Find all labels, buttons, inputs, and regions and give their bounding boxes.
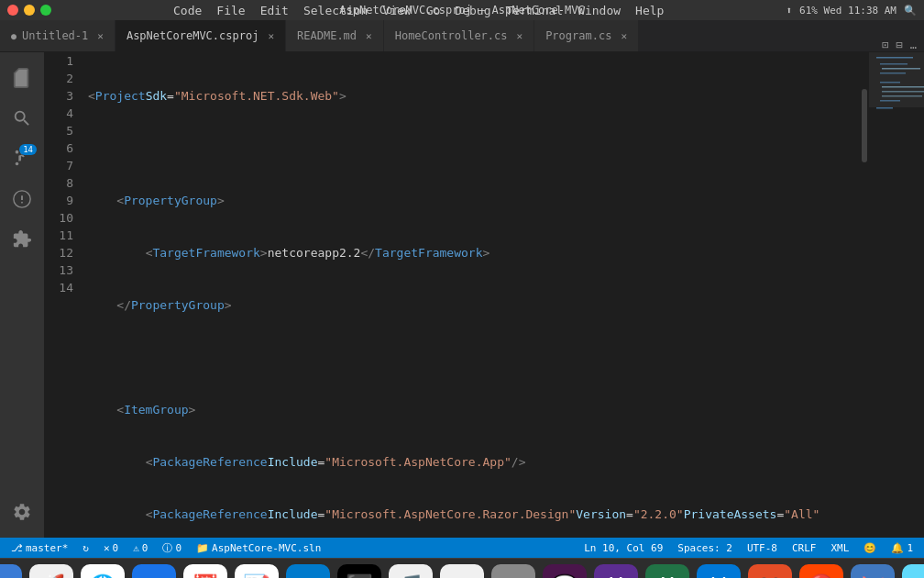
- dock-extra6[interactable]: 🐙: [851, 564, 895, 579]
- dock-extra3[interactable]: W: [697, 564, 741, 579]
- tab-label: README.md: [297, 29, 357, 42]
- warning-count[interactable]: ⚠ 0: [129, 542, 151, 554]
- titlebar: Code File Edit Selection View Go Debug T…: [0, 0, 924, 20]
- close-button[interactable]: [7, 5, 18, 16]
- tab-close-icon[interactable]: ✕: [366, 30, 372, 42]
- folder-icon: 📁: [196, 542, 209, 554]
- code-line-7: <ItemGroup>: [88, 401, 852, 418]
- tab-label: Untitled-1: [22, 29, 88, 42]
- dock-notion[interactable]: 📝: [235, 564, 279, 579]
- menu-code[interactable]: Code: [173, 4, 202, 17]
- branch-info[interactable]: ⎇ master*: [7, 542, 72, 554]
- folder-name[interactable]: 📁 AspNetCore-MVC.sln: [192, 542, 324, 554]
- window-controls[interactable]: [7, 5, 51, 16]
- dock-extra4[interactable]: 🎮: [748, 564, 792, 579]
- tab-close-icon[interactable]: ✕: [517, 30, 523, 42]
- code-line-3: <PropertyGroup>: [88, 192, 852, 209]
- code-area[interactable]: 1 2 3 4 5 6 7 8 9 10 11 12 13 14 <Projec…: [44, 52, 924, 538]
- tab-readme[interactable]: README.md ✕: [286, 20, 384, 51]
- dock-vscode[interactable]: ⌨: [286, 564, 330, 579]
- dock-extra7[interactable]: ⚛: [902, 564, 924, 579]
- toggle-panel-icon[interactable]: ⊟: [896, 39, 903, 51]
- statusbar-right: Ln 10, Col 69 Spaces: 2 UTF-8 CRLF XML 😊…: [580, 542, 917, 554]
- status-bar: ⎇ master* ↻ ✕ 0 ⚠ 0 ⓘ 0 📁 AspNetCore-MVC…: [0, 538, 924, 558]
- tab-dot-icon: ●: [11, 31, 16, 41]
- code-line-5: </PropertyGroup>: [88, 296, 852, 314]
- tab-close-icon[interactable]: ✕: [97, 30, 104, 42]
- emoji-feedback[interactable]: 😊: [860, 542, 880, 554]
- dock-settings[interactable]: ⚙: [491, 564, 535, 579]
- activity-extensions[interactable]: [4, 221, 40, 258]
- svg-rect-12: [876, 107, 893, 109]
- dock-extra1[interactable]: V: [594, 564, 638, 579]
- tab-csproj[interactable]: AspNetCoreMVC.csproj ✕: [116, 20, 286, 51]
- activity-settings[interactable]: [4, 494, 40, 530]
- error-icon: ✕: [104, 542, 110, 554]
- minimap-highlight: [869, 52, 924, 107]
- statusbar-left: ⎇ master* ↻ ✕ 0 ⚠ 0 ⓘ 0 📁 AspNetCore-MVC…: [7, 541, 324, 555]
- error-count[interactable]: ✕ 0: [100, 542, 122, 554]
- activity-debug[interactable]: [4, 181, 40, 217]
- dock-finder[interactable]: 🖥: [0, 564, 22, 579]
- menu-edit[interactable]: Edit: [260, 4, 289, 17]
- bell-icon: 🔔: [891, 542, 904, 554]
- maximize-button[interactable]: [40, 5, 51, 16]
- menu-help[interactable]: Help: [635, 4, 664, 17]
- code-line-2: [88, 139, 852, 157]
- code-line-4: <TargetFramework>netcoreapp2.2</TargetFr…: [88, 244, 852, 261]
- activity-explorer[interactable]: [4, 60, 40, 96]
- branch-name: master*: [26, 542, 68, 554]
- cursor-position[interactable]: Ln 10, Col 69: [580, 542, 666, 554]
- tab-close-icon[interactable]: ✕: [621, 30, 627, 42]
- tab-bar: ● Untitled-1 ✕ AspNetCoreMVC.csproj ✕ RE…: [0, 20, 924, 52]
- svg-point-2: [21, 202, 23, 204]
- more-actions-icon[interactable]: …: [910, 39, 917, 51]
- dock-launchpad[interactable]: 🚀: [29, 564, 73, 579]
- scrollbar-thumb[interactable]: [862, 89, 867, 162]
- eol[interactable]: CRLF: [788, 542, 820, 554]
- dock-extra5[interactable]: 🔴: [799, 564, 843, 579]
- tab-label: Program.cs: [545, 29, 611, 42]
- dock-photos[interactable]: 📷: [440, 564, 484, 579]
- activity-source-control[interactable]: 14: [4, 140, 40, 177]
- info-count[interactable]: ⓘ 0: [159, 541, 185, 555]
- indent-info[interactable]: Spaces: 2: [674, 542, 736, 554]
- warning-icon: ⚠: [133, 542, 139, 554]
- language[interactable]: XML: [828, 542, 853, 554]
- tab-program[interactable]: Program.cs ✕: [534, 20, 639, 51]
- tab-close-icon[interactable]: ✕: [268, 30, 274, 42]
- tab-untitled[interactable]: ● Untitled-1 ✕: [0, 20, 116, 51]
- tab-label: HomeController.cs: [395, 29, 508, 42]
- info-icon: ⓘ: [162, 541, 172, 555]
- dock-extra2[interactable]: X: [645, 564, 689, 579]
- dock-email[interactable]: ✉: [132, 564, 176, 579]
- menu-file[interactable]: File: [216, 4, 245, 17]
- dock-terminal[interactable]: ⬛: [337, 564, 381, 579]
- split-editor-icon[interactable]: ⊡: [882, 39, 888, 51]
- notification-bell[interactable]: 🔔 1: [887, 542, 917, 554]
- code-editor[interactable]: <Project Sdk="Microsoft.NET.Sdk.Web"> <P…: [81, 52, 860, 538]
- editor: 1 2 3 4 5 6 7 8 9 10 11 12 13 14 <Projec…: [44, 52, 924, 538]
- dock-chrome[interactable]: 🌐: [81, 564, 125, 579]
- code-line-6: [88, 349, 852, 366]
- scrollbar[interactable]: [860, 52, 869, 538]
- dock-music[interactable]: 🎵: [389, 564, 433, 579]
- dock-calendar[interactable]: 📅: [183, 564, 227, 579]
- tab-homecontroller[interactable]: HomeController.cs ✕: [384, 20, 534, 51]
- sync-arrows-icon: ↻: [82, 542, 89, 554]
- dock-bar: 🖥 🚀 🌐 ✉ 📅 📝 ⌨ ⬛ 🎵 📷 ⚙ 💬 V X W 🎮 🔴 🐙 ⚛: [0, 558, 924, 578]
- tab-label: AspNetCoreMVC.csproj: [126, 29, 259, 42]
- dock-slack[interactable]: 💬: [543, 564, 587, 579]
- code-line-8: <PackageReference Include="Microsoft.Asp…: [88, 453, 852, 471]
- titlebar-right-info: ⬆ 61% Wed 11:38 AM 🔍: [786, 5, 917, 17]
- window-title: AspNetCoreMVC.csproj — AspNetCore-MVC: [339, 4, 584, 17]
- main-area: 14 1 2: [0, 52, 924, 538]
- activity-search[interactable]: [4, 100, 40, 137]
- minimize-button[interactable]: [24, 5, 35, 16]
- sync-icon[interactable]: ↻: [79, 542, 93, 554]
- encoding[interactable]: UTF-8: [743, 542, 781, 554]
- activity-bar: 14: [0, 52, 44, 538]
- code-line-9: <PackageReference Include="Microsoft.Asp…: [88, 506, 852, 523]
- minimap: [869, 52, 924, 538]
- branch-icon: ⎇: [11, 542, 23, 554]
